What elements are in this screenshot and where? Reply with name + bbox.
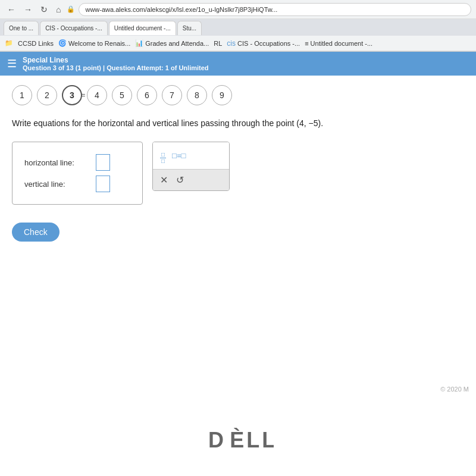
address-bar: ← → ↻ ⌂ 🔒 www-awa.aleks.com/alekscgi/x/l… <box>0 0 476 19</box>
tab-stu[interactable]: Stu... <box>177 21 202 35</box>
forward-button[interactable]: → <box>21 4 35 15</box>
bookmark-rl[interactable]: RL <box>214 40 222 47</box>
math-toolbar: □ □ □=□ ✕ ↺ <box>152 142 230 191</box>
question-num-1[interactable]: 1 <box>12 85 32 105</box>
vertical-input[interactable] <box>96 176 110 192</box>
check-button[interactable]: Check <box>12 223 60 242</box>
question-num-8[interactable]: 8 <box>187 85 207 105</box>
folder-icon: 📁 <box>5 39 13 47</box>
page-content: 1 2 3 4 5 6 7 8 9 Write equations for th… <box>0 76 476 476</box>
tab-untitled[interactable]: Untitled document -... <box>109 21 176 35</box>
browser-chrome: ← → ↻ ⌂ 🔒 www-awa.aleks.com/alekscgi/x/l… <box>0 0 476 52</box>
clear-button[interactable]: ✕ <box>160 174 168 186</box>
question-num-6[interactable]: 6 <box>137 85 157 105</box>
toolbar-bottom-row: ✕ ↺ <box>153 170 229 190</box>
question-num-7[interactable]: 7 <box>162 85 182 105</box>
horizontal-label: horizontal line: <box>24 158 90 167</box>
dell-logo-area: D ÈLL <box>202 424 274 458</box>
vertical-row: vertical line: <box>24 176 130 192</box>
url-text: www-awa.aleks.com/alekscgi/x/lsl.exe/1o_… <box>85 6 277 13</box>
grades-icon: 📊 <box>135 39 143 47</box>
question-number-row: 1 2 3 4 5 6 7 8 9 <box>12 85 464 105</box>
question-num-3[interactable]: 3 <box>62 85 82 105</box>
copyright-text: © 2020 M <box>440 386 469 393</box>
aleks-header: ☰ Special Lines Question 3 of 13 (1 poin… <box>0 52 476 76</box>
horizontal-input[interactable] <box>96 154 110 171</box>
question-num-9[interactable]: 9 <box>212 85 232 105</box>
section-title: Special Lines <box>23 56 209 64</box>
equals-button[interactable]: □=□ <box>172 151 186 160</box>
vertical-label: vertical line: <box>24 180 90 189</box>
reload-button[interactable]: ↻ <box>38 4 50 15</box>
question-num-2[interactable]: 2 <box>37 85 57 105</box>
bookmark-renais[interactable]: 🌀 Welcome to Renais... <box>58 39 130 47</box>
tab-bar: One to ... CIS - Occupations -... Untitl… <box>0 19 476 36</box>
doc-icon: ≡ <box>305 40 308 47</box>
lines-input-box: horizontal line: vertical line: <box>12 142 143 205</box>
back-button[interactable]: ← <box>5 4 18 15</box>
bookmark-ccsd[interactable]: CCSD Links <box>18 40 54 47</box>
tab-one[interactable]: One to ... <box>4 21 39 35</box>
question-num-4[interactable]: 4 <box>87 85 107 105</box>
dell-logo-svg: D ÈLL <box>202 424 274 453</box>
question-num-5[interactable]: 5 <box>112 85 132 105</box>
hamburger-icon[interactable]: ☰ <box>7 57 17 70</box>
input-section: horizontal line: vertical line: □ □ <box>12 142 464 205</box>
horizontal-row: horizontal line: <box>24 154 130 171</box>
undo-button[interactable]: ↺ <box>176 174 184 186</box>
tab-cis[interactable]: CIS - Occupations -... <box>40 21 108 35</box>
header-text: Special Lines Question 3 of 13 (1 point)… <box>23 56 209 71</box>
toolbar-top-row: □ □ □=□ <box>153 142 229 170</box>
url-field[interactable]: www-awa.aleks.com/alekscgi/x/lsl.exe/1o_… <box>79 3 471 16</box>
bookmark-cis[interactable]: cis CIS - Occupations -... <box>227 39 300 48</box>
question-area: 1 2 3 4 5 6 7 8 9 Write equations for th… <box>0 76 476 251</box>
svg-text:D ÈLL: D ÈLL <box>208 428 274 452</box>
bookmarks-bar: 📁 CCSD Links 🌀 Welcome to Renais... 📊 Gr… <box>0 36 476 51</box>
bookmark-grades[interactable]: 📊 Grades and Attenda... <box>135 39 209 47</box>
renais-icon: 🌀 <box>58 39 67 47</box>
cis-icon: cis <box>227 39 236 48</box>
question-info: Question 3 of 13 (1 point) | Question At… <box>23 64 209 71</box>
problem-statement: Write equations for the horizontal and v… <box>12 117 464 130</box>
home-button[interactable]: ⌂ <box>54 4 63 15</box>
bookmark-untitled[interactable]: ≡ Untitled document -... <box>305 40 372 47</box>
fraction-button[interactable]: □ □ <box>160 147 166 164</box>
dell-logo: D ÈLL <box>202 424 274 458</box>
lock-icon: 🔒 <box>67 5 75 13</box>
